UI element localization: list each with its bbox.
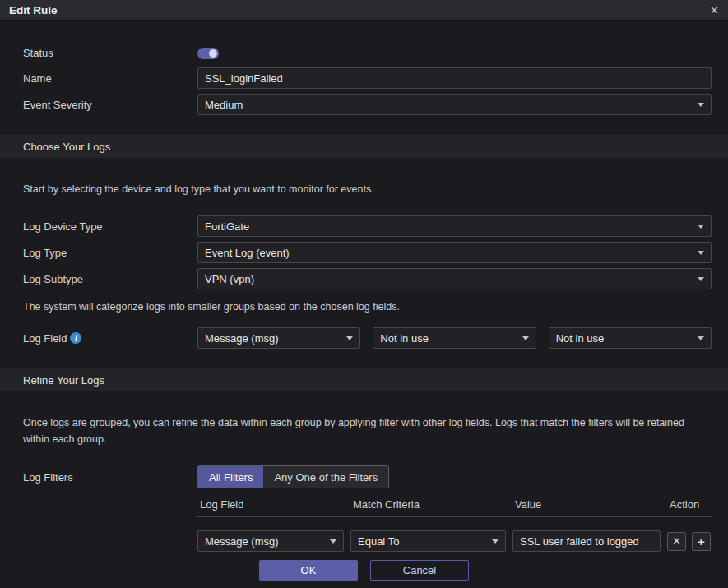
add-filter-button[interactable]: + xyxy=(692,532,711,551)
event-severity-select[interactable]: Medium xyxy=(197,94,712,115)
chevron-down-icon xyxy=(346,336,353,340)
chevron-down-icon xyxy=(698,251,704,255)
log-field-select-2[interactable]: Not in use xyxy=(373,327,536,349)
dialog-footer: OK Cancel xyxy=(0,560,728,581)
refine-logs-intro: Once logs are grouped, you can refine th… xyxy=(23,414,693,447)
log-subtype-value: VPN (vpn) xyxy=(205,273,254,285)
dialog-titlebar: Edit Rule ✕ xyxy=(0,0,728,21)
status-toggle[interactable] xyxy=(197,48,219,59)
column-header-action: Action xyxy=(670,498,712,511)
log-device-type-label: Log Device Type xyxy=(23,220,197,233)
log-subtype-select[interactable]: VPN (vpn) xyxy=(197,268,712,289)
choose-logs-section-title: Choose Your Logs xyxy=(23,141,110,153)
log-field-row: Log Field i Message (msg) Not in use Not… xyxy=(23,327,712,349)
log-filters-table: Log Field Match Criteria Value Action Me… xyxy=(197,498,712,552)
column-header-match-criteria: Match Criteria xyxy=(353,498,515,511)
info-icon[interactable]: i xyxy=(70,332,81,344)
log-field-select-2-value: Not in use xyxy=(380,332,429,345)
name-row: Name xyxy=(23,67,712,89)
log-device-type-value: FortiGate xyxy=(205,220,249,233)
remove-icon: ✕ xyxy=(672,535,680,547)
chevron-down-icon xyxy=(698,336,704,340)
filter-log-field-select[interactable]: Message (msg) xyxy=(197,530,344,552)
log-filter-row: Message (msg) Equal To ✕ + xyxy=(197,530,712,552)
event-severity-value: Medium xyxy=(205,99,243,111)
refine-logs-section-header: Refine Your Logs xyxy=(0,368,728,391)
chevron-down-icon xyxy=(698,103,704,107)
refine-logs-section-title: Refine Your Logs xyxy=(23,374,104,387)
name-input[interactable] xyxy=(197,67,712,89)
event-severity-row: Event Severity Medium xyxy=(23,94,712,115)
column-header-log-field: Log Field xyxy=(200,498,353,511)
chevron-down-icon xyxy=(698,225,704,229)
choose-logs-section-header: Choose Your Logs xyxy=(0,135,728,158)
filter-log-field-value: Message (msg) xyxy=(205,535,279,548)
any-filters-button[interactable]: Any One of the Filters xyxy=(263,466,388,488)
chevron-down-icon xyxy=(492,539,498,544)
log-subtype-label: Log Subtype xyxy=(23,273,197,285)
filter-match-criteria-select[interactable]: Equal To xyxy=(350,530,506,552)
status-row: Status xyxy=(23,47,712,59)
chevron-down-icon xyxy=(698,277,704,281)
event-severity-label: Event Severity xyxy=(23,99,197,111)
log-filters-label: Log Filters xyxy=(23,471,197,484)
filter-value-input[interactable] xyxy=(512,530,661,552)
choose-logs-intro: Start by selecting the device and log ty… xyxy=(23,181,693,197)
log-field-label: Log Field i xyxy=(23,332,197,345)
categorize-note: The system will categorize logs into sma… xyxy=(23,301,705,313)
filter-mode-toggle-group: All Filters Any One of the Filters xyxy=(197,465,389,488)
log-field-select-1-value: Message (msg) xyxy=(205,332,279,345)
close-icon[interactable]: ✕ xyxy=(710,5,719,16)
log-field-label-text: Log Field xyxy=(23,332,67,345)
log-field-select-3-value: Not in use xyxy=(556,332,605,345)
log-type-label: Log Type xyxy=(23,247,197,259)
log-type-row: Log Type Event Log (event) xyxy=(23,242,712,263)
add-icon: + xyxy=(698,535,705,549)
log-device-type-select[interactable]: FortiGate xyxy=(197,215,712,237)
log-subtype-row: Log Subtype VPN (vpn) xyxy=(23,268,712,289)
remove-filter-button[interactable]: ✕ xyxy=(667,532,686,551)
dialog-title: Edit Rule xyxy=(9,4,58,16)
log-field-select-3[interactable]: Not in use xyxy=(549,327,712,349)
log-filters-row: Log Filters All Filters Any One of the F… xyxy=(23,465,712,488)
chevron-down-icon xyxy=(330,539,336,544)
cancel-button[interactable]: Cancel xyxy=(370,560,469,581)
toggle-knob xyxy=(209,49,217,58)
log-type-select[interactable]: Event Log (event) xyxy=(197,242,712,263)
name-label: Name xyxy=(23,72,197,85)
filter-match-criteria-value: Equal To xyxy=(358,535,399,548)
log-type-value: Event Log (event) xyxy=(205,247,290,259)
status-label: Status xyxy=(23,47,197,59)
all-filters-button[interactable]: All Filters xyxy=(198,466,263,488)
log-filters-table-headers: Log Field Match Criteria Value Action xyxy=(197,498,712,517)
column-header-value: Value xyxy=(515,498,670,511)
log-device-type-row: Log Device Type FortiGate xyxy=(23,215,712,237)
ok-button[interactable]: OK xyxy=(259,560,358,581)
chevron-down-icon xyxy=(522,336,529,340)
log-field-select-1[interactable]: Message (msg) xyxy=(197,327,360,349)
